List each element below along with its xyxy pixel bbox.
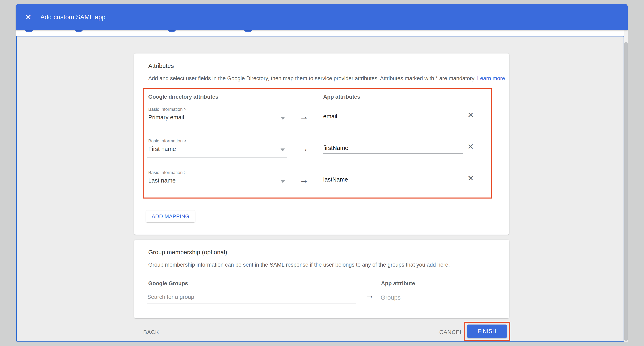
groups-attribute-input[interactable] — [381, 291, 498, 304]
attributes-description-text: Add and select user fields in the Google… — [148, 75, 476, 81]
select-underline — [147, 189, 287, 189]
attributes-card: Attributes Add and select user fields in… — [134, 54, 509, 235]
mapping-row: Basic Information > First name → ✕ — [144, 138, 491, 167]
mapping-annotation-box: Google directory attributes App attribut… — [143, 88, 492, 199]
attributes-card-description: Add and select user fields in the Google… — [148, 75, 505, 82]
mapping-row: Basic Information > Primary email → ✕ — [144, 107, 491, 135]
modal-title: Add custom SAML app — [40, 14, 106, 21]
back-button[interactable]: BACK — [143, 328, 159, 336]
arrow-right-icon: → — [300, 143, 308, 153]
learn-more-link[interactable]: Learn more — [477, 75, 505, 81]
select-underline — [147, 157, 287, 158]
group-card-title: Group membership (optional) — [148, 249, 227, 256]
app-attribute-label: App attribute — [381, 280, 415, 287]
cancel-button[interactable]: CANCEL — [439, 328, 463, 336]
arrow-right-icon: → — [300, 112, 308, 122]
google-attribute-select[interactable]: Basic Information > Last name — [144, 170, 292, 192]
group-card-description: Group membership information can be sent… — [148, 262, 450, 268]
arrow-right-icon: → — [365, 290, 374, 300]
google-attribute-select[interactable]: Basic Information > First name — [144, 138, 292, 161]
dropdown-caret-icon — [280, 148, 285, 151]
google-attribute-value: Last name — [148, 177, 176, 184]
mapping-row: Basic Information > Last name → ✕ — [144, 170, 491, 198]
dropdown-caret-icon — [280, 180, 285, 183]
google-directory-attributes-header: Google directory attributes — [148, 94, 218, 100]
select-underline — [147, 126, 287, 126]
finish-button[interactable]: FINISH — [467, 324, 507, 338]
remove-mapping-icon[interactable]: ✕ — [468, 175, 474, 182]
remove-mapping-icon[interactable]: ✕ — [468, 111, 474, 119]
app-attribute-input[interactable] — [323, 174, 463, 185]
scrollbar-thumb[interactable] — [624, 42, 628, 341]
app-attribute-input[interactable] — [323, 142, 463, 154]
attribute-category-label: Basic Information > — [148, 170, 186, 175]
add-mapping-button[interactable]: ADD MAPPING — [146, 211, 195, 222]
app-attributes-header: App attributes — [323, 94, 360, 100]
arrow-right-icon: → — [300, 175, 308, 185]
attribute-category-label: Basic Information > — [148, 138, 186, 144]
attributes-card-title: Attributes — [148, 62, 174, 69]
finish-annotation-box: FINISH — [464, 322, 510, 341]
google-attribute-value: Primary email — [148, 114, 184, 121]
remove-mapping-icon[interactable]: ✕ — [468, 143, 474, 150]
google-attribute-value: First name — [148, 146, 176, 152]
google-groups-label: Google Groups — [148, 280, 188, 287]
stepper-strip — [16, 30, 628, 36]
attribute-category-label: Basic Information > — [148, 107, 186, 112]
group-membership-card: Group membership (optional) Group member… — [134, 240, 509, 318]
google-attribute-select[interactable]: Basic Information > Primary email — [144, 107, 292, 129]
modal-header: ✕ Add custom SAML app — [16, 4, 628, 30]
dropdown-caret-icon — [280, 117, 285, 120]
close-icon[interactable]: ✕ — [25, 13, 32, 21]
search-group-input[interactable] — [147, 291, 356, 303]
app-attribute-input[interactable] — [323, 111, 463, 122]
